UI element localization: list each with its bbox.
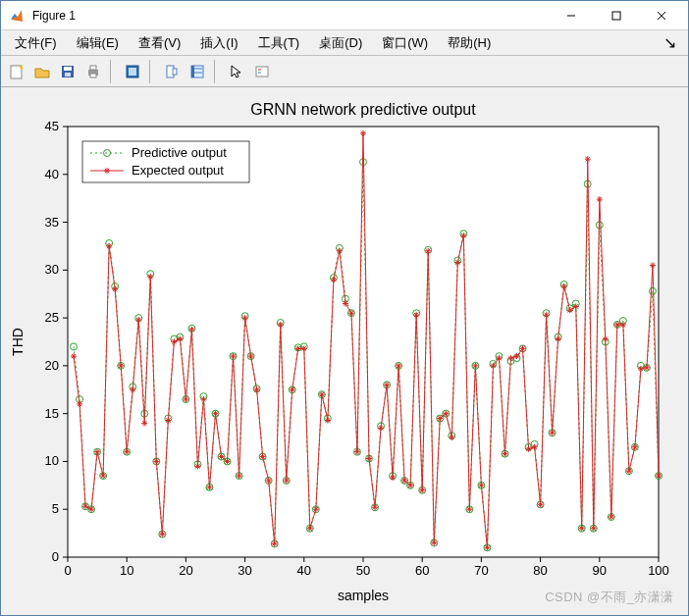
svg-text:50: 50 bbox=[356, 563, 370, 578]
menu-edit[interactable]: 编辑(E) bbox=[67, 30, 129, 56]
svg-rect-17 bbox=[194, 68, 203, 70]
svg-text:30: 30 bbox=[45, 262, 59, 277]
svg-text:5: 5 bbox=[52, 501, 59, 516]
toolbar bbox=[1, 56, 688, 87]
svg-rect-7 bbox=[65, 73, 71, 77]
open-icon[interactable] bbox=[30, 60, 54, 83]
toolbar-separator bbox=[110, 60, 116, 83]
svg-rect-19 bbox=[256, 67, 268, 77]
svg-text:70: 70 bbox=[474, 563, 488, 578]
menu-insert[interactable]: 插入(I) bbox=[190, 30, 247, 56]
svg-text:samples: samples bbox=[338, 588, 389, 603]
legend-icon[interactable] bbox=[250, 60, 274, 83]
svg-text:0: 0 bbox=[52, 549, 59, 564]
menu-tools[interactable]: 工具(T) bbox=[248, 30, 310, 56]
pointer-icon[interactable] bbox=[225, 60, 248, 83]
svg-rect-16 bbox=[191, 66, 194, 77]
svg-text:40: 40 bbox=[45, 167, 59, 181]
matlab-logo-icon bbox=[9, 8, 25, 24]
data-cursor-icon[interactable] bbox=[160, 60, 184, 83]
svg-text:80: 80 bbox=[533, 563, 547, 578]
svg-text:20: 20 bbox=[179, 563, 192, 578]
svg-text:10: 10 bbox=[120, 563, 133, 578]
svg-rect-12 bbox=[129, 68, 136, 76]
svg-rect-22 bbox=[68, 127, 659, 557]
svg-text:Expected output: Expected output bbox=[132, 163, 224, 178]
toolbar-separator bbox=[149, 60, 155, 83]
maximize-button[interactable] bbox=[594, 2, 639, 29]
menu-window[interactable]: 窗口(W) bbox=[372, 30, 438, 56]
svg-rect-18 bbox=[194, 72, 203, 74]
svg-text:THD: THD bbox=[10, 328, 26, 356]
svg-rect-9 bbox=[90, 66, 96, 70]
new-figure-icon[interactable] bbox=[5, 60, 28, 83]
svg-text:40: 40 bbox=[297, 563, 311, 578]
svg-rect-10 bbox=[90, 74, 96, 77]
plot-area: 0102030405060708090100051015202530354045… bbox=[1, 87, 688, 614]
menubar: 文件(F) 编辑(E) 查看(V) 插入(I) 工具(T) 桌面(D) 窗口(W… bbox=[1, 30, 688, 56]
window-title: Figure 1 bbox=[32, 9, 549, 23]
menu-file[interactable]: 文件(F) bbox=[5, 30, 67, 56]
svg-text:Predictive output: Predictive output bbox=[132, 145, 227, 160]
titlebar: Figure 1 bbox=[1, 1, 688, 30]
svg-rect-14 bbox=[173, 69, 177, 75]
menu-desktop[interactable]: 桌面(D) bbox=[309, 30, 372, 56]
close-button[interactable] bbox=[639, 2, 684, 29]
svg-text:25: 25 bbox=[45, 310, 59, 325]
svg-rect-1 bbox=[612, 12, 620, 20]
svg-text:90: 90 bbox=[593, 563, 607, 578]
svg-rect-6 bbox=[64, 67, 72, 71]
svg-text:45: 45 bbox=[45, 119, 59, 133]
save-icon[interactable] bbox=[56, 60, 80, 83]
colorbar-icon[interactable] bbox=[186, 60, 209, 83]
minimize-button[interactable] bbox=[549, 2, 594, 29]
svg-text:60: 60 bbox=[415, 563, 429, 578]
print-icon[interactable] bbox=[81, 60, 105, 83]
toolbar-separator bbox=[214, 60, 220, 83]
svg-text:20: 20 bbox=[45, 358, 59, 373]
link-icon[interactable] bbox=[121, 60, 144, 83]
menu-help[interactable]: 帮助(H) bbox=[438, 30, 501, 56]
svg-text:GRNN network predictive output: GRNN network predictive output bbox=[250, 101, 476, 118]
menu-dock-icon[interactable]: ↘ bbox=[663, 33, 684, 52]
svg-text:100: 100 bbox=[648, 563, 669, 578]
svg-text:35: 35 bbox=[45, 215, 59, 230]
menu-view[interactable]: 查看(V) bbox=[129, 30, 190, 56]
svg-text:10: 10 bbox=[45, 453, 59, 468]
chart[interactable]: 0102030405060708090100051015202530354045… bbox=[1, 87, 688, 614]
svg-text:15: 15 bbox=[45, 406, 59, 421]
svg-text:30: 30 bbox=[238, 563, 251, 578]
svg-text:0: 0 bbox=[64, 563, 71, 578]
